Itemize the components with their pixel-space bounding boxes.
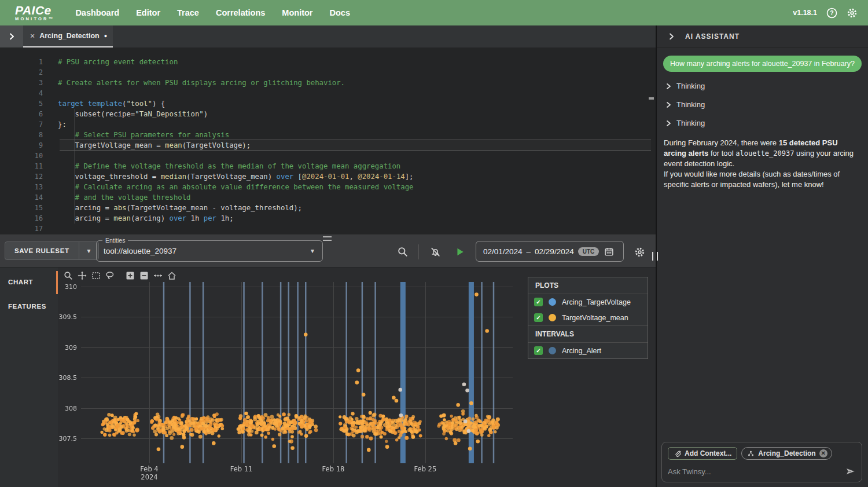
code-text: arcing = mean(arcing) over 1h per 1h;	[58, 213, 234, 224]
chat-chips-row: Add Context... Arcing_Detection ✕	[668, 447, 856, 460]
line-number: 2	[0, 67, 58, 78]
chart-settings-button[interactable]	[631, 245, 648, 259]
code-line-8[interactable]: 8 # Select PSU parameters for analysis	[0, 130, 656, 140]
context-chip-arcing-detection[interactable]: Arcing_Detection ✕	[741, 447, 832, 460]
code-line-17[interactable]: 17	[0, 224, 656, 234]
tab-features[interactable]: FEATURES	[0, 294, 58, 318]
nav-item-dashboard[interactable]: Dashboard	[75, 8, 119, 17]
code-editor[interactable]: 1# PSU arcing event detection23# Create …	[0, 47, 656, 234]
chart-modebar	[62, 270, 177, 280]
run-button[interactable]	[452, 245, 468, 259]
code-line-2[interactable]: 2	[0, 67, 656, 78]
logo-title: PAICe	[15, 4, 54, 16]
zoom-out-icon[interactable]	[138, 270, 149, 280]
thinking-list: ThinkingThinkingThinking	[657, 82, 868, 127]
code-line-16[interactable]: 16 arcing = mean(arcing) over 1h per 1h;	[0, 213, 656, 224]
line-number: 4	[0, 88, 58, 98]
plot-row-targetvoltage_mean[interactable]: ✓TargetVoltage_mean	[528, 310, 648, 325]
code-line-5[interactable]: 5target template("tool") {	[0, 98, 656, 109]
code-text: # PSU arcing event detection	[58, 57, 178, 67]
add-context-button[interactable]: Add Context...	[668, 447, 737, 460]
reset-axes-home-icon[interactable]	[166, 270, 177, 280]
code-text: voltage_threshold = median(TargetVoltage…	[58, 171, 414, 182]
date-range-picker[interactable]: 02/01/2024 – 02/29/2024 UTC	[476, 241, 624, 262]
ai-assistant-header[interactable]: AI ASSISTANT	[657, 25, 868, 48]
plot-row-arcing_targetvoltage[interactable]: ✓Arcing_TargetVoltage	[528, 294, 648, 310]
zoom-icon[interactable]	[62, 270, 73, 280]
box-select-icon[interactable]	[90, 270, 101, 280]
ai-assistant-title: AI ASSISTANT	[685, 32, 740, 41]
line-number: 10	[0, 151, 58, 161]
settings-gear-icon[interactable]	[847, 8, 858, 19]
line-number: 1	[0, 57, 58, 67]
nav-item-docs[interactable]: Docs	[330, 8, 350, 17]
zoom-in-icon[interactable]	[124, 270, 135, 280]
code-text: # Create alerts for when PSU displays ar…	[58, 78, 345, 88]
series-label: Arcing_TargetVoltage	[562, 298, 631, 306]
plots-header: PLOTS	[528, 277, 648, 294]
line-number: 6	[0, 109, 58, 119]
save-ruleset-button[interactable]: SAVE RULESET ▼	[5, 241, 99, 260]
search-button[interactable]	[395, 245, 411, 259]
thinking-toggle-1[interactable]: Thinking	[666, 82, 868, 90]
interval-row-arcing_alert[interactable]: ✓Arcing_Alert	[528, 343, 648, 358]
thinking-toggle-3[interactable]: Thinking	[666, 119, 868, 127]
chevron-right-icon	[666, 102, 671, 108]
code-text: # Select PSU parameters for analysis	[58, 130, 229, 140]
pan-icon[interactable]	[76, 270, 87, 280]
tab-chart[interactable]: CHART	[0, 270, 58, 294]
code-line-14[interactable]: 14 # and the voltage threshold	[0, 192, 656, 203]
code-text: arcing = abs(TargetVoltage_mean - voltag…	[58, 203, 302, 213]
chart-side-tabs: CHART FEATURES	[0, 268, 58, 487]
code-line-9[interactable]: 9 TargetVoltage_mean = mean(TargetVoltag…	[0, 140, 656, 151]
code-line-6[interactable]: 6 subset(recipe="TaN_Deposition")	[0, 109, 656, 119]
code-line-12[interactable]: 12 voltage_threshold = median(TargetVolt…	[0, 171, 656, 182]
code-line-7[interactable]: 7}:	[0, 119, 656, 130]
line-number: 17	[0, 224, 58, 234]
chat-input-row: Ask Twinsy...	[668, 467, 856, 476]
nav-item-correlations[interactable]: Correlations	[216, 8, 265, 17]
line-number: 7	[0, 119, 58, 130]
checked-checkbox[interactable]: ✓	[534, 298, 543, 306]
tab-close-icon[interactable]: ×	[30, 32, 35, 40]
app-logo: PAICe MONITOR™	[15, 4, 54, 21]
nav-item-monitor[interactable]: Monitor	[282, 8, 312, 17]
autoscale-icon[interactable]	[152, 270, 163, 280]
editor-scrollbar-thumb[interactable]	[649, 97, 654, 100]
plots-legend-panel: PLOTS ✓Arcing_TargetVoltage✓TargetVoltag…	[528, 277, 648, 359]
tab-arcing-detection[interactable]: × Arcing_Detection ●	[23, 25, 113, 47]
code-line-1[interactable]: 1# PSU arcing event detection	[0, 57, 656, 67]
version-label: v1.18.1	[793, 9, 817, 17]
entities-caret-icon: ▼	[310, 248, 315, 254]
chip-remove-icon[interactable]: ✕	[819, 449, 827, 457]
thinking-toggle-2[interactable]: Thinking	[666, 100, 868, 109]
code-text: target template("tool") {	[58, 98, 165, 109]
help-icon[interactable]: ?	[826, 8, 837, 19]
notifications-off-button[interactable]	[427, 245, 443, 259]
line-number: 5	[0, 98, 58, 109]
code-line-3[interactable]: 3# Create alerts for when PSU displays a…	[0, 78, 656, 88]
entities-select[interactable]: Entities tool://alouette_20937 ▼	[96, 240, 323, 262]
nav-item-trace[interactable]: Trace	[177, 8, 199, 17]
chevron-right-icon	[668, 33, 675, 40]
plots-rows: ✓Arcing_TargetVoltage✓TargetVoltage_mean	[528, 294, 648, 325]
checked-checkbox[interactable]: ✓	[534, 346, 543, 355]
line-number: 14	[0, 192, 58, 203]
horizontal-split-handle[interactable]	[323, 236, 332, 241]
code-line-10[interactable]: 10	[0, 151, 656, 161]
code-line-11[interactable]: 11 # Define the voltage threshold as the…	[0, 161, 656, 171]
paperclip-icon	[674, 450, 681, 457]
calendar-icon[interactable]	[604, 247, 614, 257]
code-line-15[interactable]: 15 arcing = abs(TargetVoltage_mean - vol…	[0, 203, 656, 213]
vertical-split-handle[interactable]	[652, 252, 658, 261]
lasso-select-icon[interactable]	[104, 270, 115, 280]
sidebar-expand-button[interactable]	[0, 25, 23, 47]
code-text: TargetVoltage_mean = mean(TargetVoltage)…	[58, 140, 251, 151]
nav-item-editor[interactable]: Editor	[136, 8, 160, 17]
send-icon[interactable]	[845, 467, 856, 476]
code-line-13[interactable]: 13 # Calculate arcing as an absolute val…	[0, 182, 656, 192]
ask-twinsy-input[interactable]: Ask Twinsy...	[668, 467, 845, 476]
checked-checkbox[interactable]: ✓	[534, 313, 543, 322]
code-line-4[interactable]: 4	[0, 88, 656, 98]
save-ruleset-label[interactable]: SAVE RULESET	[5, 242, 79, 259]
